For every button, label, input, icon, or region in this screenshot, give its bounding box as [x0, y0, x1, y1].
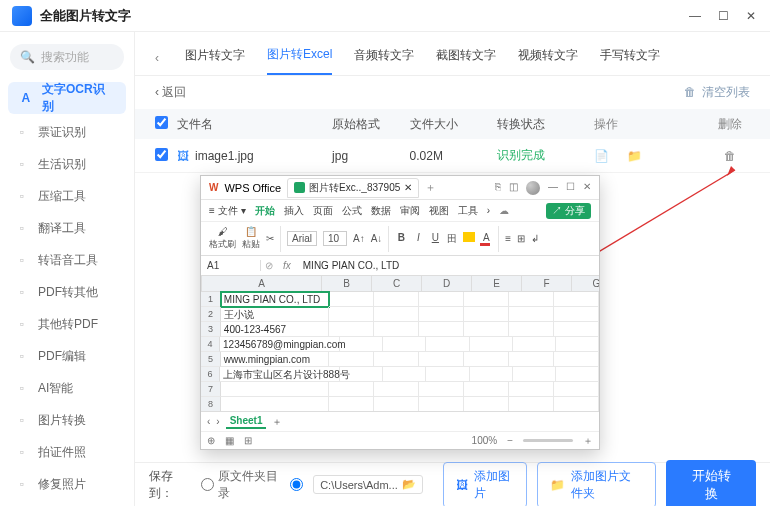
wps-menu-0[interactable]: 开始	[255, 204, 275, 218]
col-head-G[interactable]: G	[572, 276, 599, 292]
sidebar-item-8[interactable]: ▫PDF编辑	[0, 340, 134, 372]
zoom-level[interactable]: 100%	[472, 435, 498, 446]
wps-icon-1[interactable]: ⎘	[495, 181, 501, 195]
row-checkbox[interactable]	[155, 148, 168, 161]
close-tab-icon[interactable]: ✕	[404, 182, 412, 193]
wps-max-button[interactable]: ☐	[566, 181, 575, 195]
wps-menu-file[interactable]: ≡ 文件 ▾	[209, 204, 246, 218]
sheet-next-icon[interactable]: ›	[216, 416, 219, 427]
wps-menu-6[interactable]: 视图	[429, 204, 449, 218]
underline-button[interactable]: U	[429, 232, 441, 246]
sheet-prev-icon[interactable]: ‹	[207, 416, 210, 427]
wps-avatar-icon[interactable]	[526, 181, 540, 195]
col-head-D[interactable]: D	[422, 276, 472, 292]
bold-button[interactable]: B	[395, 232, 407, 246]
sidebar-item-11[interactable]: ▫拍证件照	[0, 436, 134, 468]
wps-new-tab-button[interactable]: ＋	[425, 180, 436, 195]
tab-3[interactable]: 截图转文字	[436, 41, 496, 74]
tab-2[interactable]: 音频转文字	[354, 41, 414, 74]
sidebar-item-5[interactable]: ▫转语音工具	[0, 244, 134, 276]
italic-button[interactable]: I	[412, 232, 424, 246]
sidebar-item-2[interactable]: ▫生活识别	[0, 148, 134, 180]
sheet-add-icon[interactable]: ＋	[272, 415, 282, 429]
wps-menu-more-icon[interactable]: ›	[487, 205, 490, 216]
font-size-select[interactable]: 10	[323, 231, 347, 246]
strike-button[interactable]: 田	[446, 232, 458, 246]
wps-menu-4[interactable]: 数据	[371, 204, 391, 218]
search-input[interactable]: 🔍 搜索功能	[10, 44, 124, 70]
cell-a3[interactable]: 400-123-4567	[221, 322, 329, 337]
back-link[interactable]: ‹ 返回	[155, 84, 186, 101]
col-head-C[interactable]: C	[372, 276, 422, 292]
font-color-button[interactable]: A	[480, 232, 492, 246]
sidebar-item-4[interactable]: ▫翻译工具	[0, 212, 134, 244]
tab-1[interactable]: 图片转Excel	[267, 40, 332, 75]
open-folder-button[interactable]: 📁	[627, 149, 642, 163]
wps-grid[interactable]: ABCDEFG 1MING PIAN CO., LTD2王小说3400-123-…	[201, 276, 599, 411]
add-image-button[interactable]: 🖼添加图片	[443, 462, 527, 507]
wps-menu-3[interactable]: 公式	[342, 204, 362, 218]
tab-0[interactable]: 图片转文字	[185, 41, 245, 74]
close-button[interactable]: ✕	[744, 9, 758, 23]
wps-icon-2[interactable]: ◫	[509, 181, 518, 195]
cell-a2[interactable]: 王小说	[221, 307, 329, 322]
wps-close-button[interactable]: ✕	[583, 181, 591, 195]
maximize-button[interactable]: ☐	[716, 9, 730, 23]
view-result-button[interactable]: 📄	[594, 149, 609, 163]
sidebar-item-7[interactable]: ▫其他转PDF	[0, 308, 134, 340]
add-folder-button[interactable]: 📁添加图片文件夹	[537, 462, 656, 507]
align-icon[interactable]: ≡	[505, 233, 511, 244]
wps-menu-2[interactable]: 页面	[313, 204, 333, 218]
tab-4[interactable]: 视频转文字	[518, 41, 578, 74]
font-grow-icon[interactable]: A↑	[353, 233, 365, 244]
col-head-F[interactable]: F	[522, 276, 572, 292]
start-convert-button[interactable]: 开始转换	[666, 460, 756, 507]
fx-cancel-icon[interactable]: ⊘	[261, 260, 277, 271]
sidebar-item-3[interactable]: ▫压缩工具	[0, 180, 134, 212]
cell-a1[interactable]: MING PIAN CO., LTD	[221, 292, 329, 307]
wps-share-button[interactable]: ↗ 分享	[546, 203, 591, 219]
tabs-back-icon[interactable]: ‹	[155, 51, 159, 65]
zoom-slider[interactable]	[523, 439, 573, 442]
wps-cloud-icon[interactable]: ☁	[499, 205, 509, 216]
font-select[interactable]: Arial	[287, 231, 317, 246]
wps-menu-7[interactable]: 工具	[458, 204, 478, 218]
fill-color-button[interactable]	[463, 232, 475, 246]
col-head-E[interactable]: E	[472, 276, 522, 292]
wrap-icon[interactable]: ↲	[531, 233, 539, 244]
zoom-out-icon[interactable]: −	[507, 435, 513, 446]
clear-list-button[interactable]: 🗑清空列表	[684, 84, 750, 101]
cell-a8[interactable]	[221, 397, 329, 411]
sidebar-item-13[interactable]: ▫我的文件	[0, 500, 134, 506]
cell-a4[interactable]: 123456789@mingpian.com	[220, 337, 340, 352]
cut-icon[interactable]: ✂	[266, 233, 274, 244]
status-view-icon[interactable]: ▦	[225, 435, 234, 446]
cell-a6[interactable]: 上海市宝山区名片设计888号	[220, 367, 340, 382]
font-shrink-icon[interactable]: A↓	[371, 233, 383, 244]
cell-a7[interactable]	[221, 382, 329, 397]
wps-menu-1[interactable]: 插入	[284, 204, 304, 218]
col-head-B[interactable]: B	[322, 276, 372, 292]
status-mode-icon[interactable]: ⊕	[207, 435, 215, 446]
minimize-button[interactable]: —	[688, 9, 702, 23]
fx-value[interactable]: MING PIAN CO., LTD	[297, 260, 406, 271]
wps-min-button[interactable]: —	[548, 181, 558, 195]
wps-menu-5[interactable]: 审阅	[400, 204, 420, 218]
sidebar-item-0[interactable]: A文字OCR识别	[8, 82, 126, 114]
status-layout-icon[interactable]: ⊞	[244, 435, 252, 446]
cell-a5[interactable]: www.mingpian.com	[221, 352, 329, 367]
cell-ref-box[interactable]: A1	[201, 260, 261, 271]
sheet-tab[interactable]: Sheet1	[226, 414, 267, 429]
save-original-radio[interactable]: 原文件夹目录	[201, 468, 280, 502]
format-brush-icon[interactable]: 🖌	[218, 226, 228, 237]
zoom-in-icon[interactable]: ＋	[583, 434, 593, 448]
save-path-input[interactable]: C:\Users\Adm... 📂	[313, 475, 423, 494]
delete-row-button[interactable]: 🗑	[724, 149, 736, 163]
sidebar-item-9[interactable]: ▫AI智能	[0, 372, 134, 404]
select-all-checkbox[interactable]	[155, 116, 168, 129]
merge-icon[interactable]: ⊞	[517, 233, 525, 244]
sidebar-item-6[interactable]: ▫PDF转其他	[0, 276, 134, 308]
save-custom-radio[interactable]	[290, 478, 303, 491]
col-head-A[interactable]: A	[202, 276, 322, 292]
paste-icon[interactable]: 📋	[245, 226, 257, 237]
